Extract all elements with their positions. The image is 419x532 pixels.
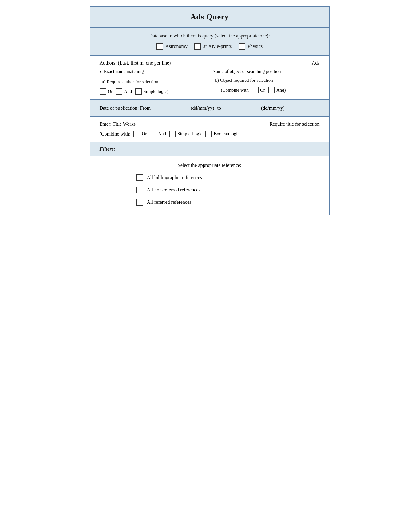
authors-content: • Exact name matching a) Require author …	[100, 69, 320, 95]
title-right-header: Require title for selection	[269, 121, 319, 127]
ref-all-referred-checkbox[interactable]	[136, 199, 143, 206]
authors-left-header: Authors: (Last, first m, one per line)	[100, 60, 171, 66]
combine-label: (Combine with	[213, 87, 249, 93]
database-label: Database in which there is query (select…	[100, 33, 320, 39]
database-section: Database in which there is query (select…	[90, 28, 329, 56]
object-or-checkbox[interactable]	[252, 87, 259, 93]
title-left-header: Enter: Title Works	[100, 121, 136, 127]
date-to-label: to	[217, 105, 221, 111]
object-logic-row: (Combine with Or And)	[213, 87, 320, 93]
object-or-option: Or	[252, 87, 265, 93]
authors-right-header: Ads	[312, 60, 320, 66]
object-name-label: Name of object or searching position	[213, 69, 281, 74]
author-simple-option: Simple logic)	[135, 88, 168, 95]
ref-non-referred: All non-referred references	[136, 187, 320, 193]
physics-checkbox[interactable]	[239, 43, 245, 50]
reference-header: Select the appropriate reference:	[100, 163, 320, 168]
author-and-option: And	[116, 88, 132, 95]
database-options-row: Astronomy ar Xiv e-prints Physics	[100, 43, 320, 50]
title-and-option: And	[150, 131, 166, 137]
arxiv-label: ar Xiv e-prints	[203, 44, 232, 49]
title-header-row: Enter: Title Works Require title for sel…	[100, 121, 320, 127]
date-to-input[interactable]	[224, 105, 258, 111]
require-author-label: a) Require author for selection	[100, 79, 207, 85]
date-from-input[interactable]	[154, 105, 188, 111]
title-and-checkbox[interactable]	[150, 131, 156, 137]
date-row: Date of publication: From (dd/mm/yy) to …	[100, 105, 320, 111]
exact-name-label: Exact name matching	[104, 69, 144, 74]
authors-header-row: Authors: (Last, first m, one per line) A…	[100, 60, 320, 66]
date-format1-label: (dd/mm/yy)	[191, 105, 214, 111]
page-title: Ads Query	[97, 12, 323, 22]
arxiv-checkbox[interactable]	[194, 43, 201, 50]
ref-all-biblio-checkbox[interactable]	[136, 174, 143, 181]
date-format2-label: (dd/mm/yy)	[261, 105, 284, 111]
title-boolean-option: Boolean logic	[205, 131, 239, 137]
ref-all-biblio: All bibliographic references	[136, 174, 320, 181]
date-from-label: Date of publication: From	[100, 105, 151, 111]
ref-all-referred-label: All referred references	[147, 199, 192, 205]
object-and-label: And)	[276, 88, 286, 93]
form-header: Ads Query	[90, 7, 329, 28]
object-and-checkbox[interactable]	[268, 87, 275, 93]
ref-all-biblio-label: All bibliographic references	[147, 175, 202, 180]
arxiv-option: ar Xiv e-prints	[194, 43, 232, 50]
author-simple-label: Simple logic)	[143, 89, 168, 94]
object-required-label: b) Object required for selection	[213, 78, 320, 83]
title-boolean-label: Boolean logic	[214, 131, 239, 136]
reference-section: Select the appropriate reference: All bi…	[90, 156, 329, 215]
author-or-checkbox[interactable]	[100, 88, 106, 95]
author-and-label: And	[124, 89, 132, 94]
ref-non-referred-checkbox[interactable]	[136, 187, 143, 193]
date-section: Date of publication: From (dd/mm/yy) to …	[90, 100, 329, 117]
object-or-label: Or	[260, 88, 265, 93]
title-combine-label: (Combine with:	[100, 131, 131, 137]
author-or-option: Or	[100, 88, 113, 95]
combine-checkbox[interactable]	[213, 87, 219, 93]
title-simple-checkbox[interactable]	[169, 131, 176, 137]
form-container: Ads Query Database in which there is que…	[90, 6, 330, 215]
bullet-icon: •	[100, 69, 101, 76]
reference-items: All bibliographic references All non-ref…	[100, 174, 320, 206]
title-and-label: And	[158, 131, 166, 136]
astronomy-label: Astronomy	[165, 44, 188, 49]
title-boolean-checkbox[interactable]	[205, 131, 212, 137]
author-and-checkbox[interactable]	[116, 88, 122, 95]
title-simple-option: Simple Logic	[169, 131, 202, 137]
title-or-checkbox[interactable]	[133, 131, 140, 137]
physics-label: Physics	[247, 44, 263, 49]
authors-section: Authors: (Last, first m, one per line) A…	[90, 56, 329, 100]
filters-label: Filters:	[100, 146, 116, 152]
author-or-label: Or	[108, 89, 113, 94]
ref-all-referred: All referred references	[136, 199, 320, 206]
physics-option: Physics	[239, 43, 263, 50]
astronomy-option: Astronomy	[156, 43, 188, 50]
title-section: Enter: Title Works Require title for sel…	[90, 117, 329, 142]
object-and-option: And)	[268, 87, 286, 93]
authors-left-col: • Exact name matching a) Require author …	[100, 69, 207, 95]
object-name-row: Name of object or searching position	[213, 69, 320, 74]
title-simple-label: Simple Logic	[177, 131, 202, 136]
combine-text: (Combine with	[221, 88, 249, 93]
title-or-option: Or	[133, 131, 147, 137]
authors-right-col: Name of object or searching position b) …	[213, 69, 320, 95]
author-simple-checkbox[interactable]	[135, 88, 142, 95]
title-logic-row: (Combine with: Or And Simple Logic Boole…	[100, 131, 320, 137]
title-or-label: Or	[142, 131, 147, 136]
filters-section: Filters:	[90, 142, 329, 156]
exact-name-row: • Exact name matching	[100, 69, 207, 76]
ref-non-referred-label: All non-referred references	[147, 187, 200, 193]
astronomy-checkbox[interactable]	[156, 43, 163, 50]
author-logic-row: Or And Simple logic)	[100, 88, 207, 95]
